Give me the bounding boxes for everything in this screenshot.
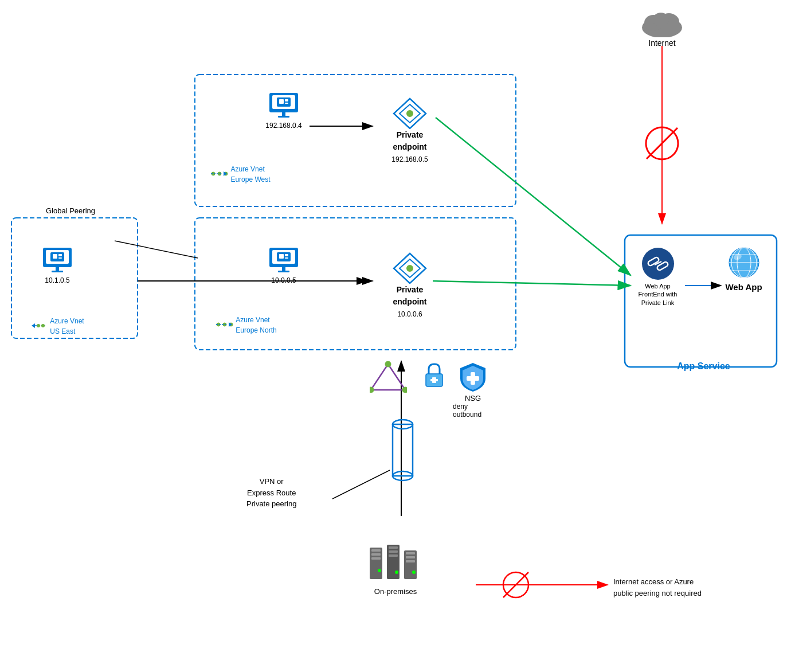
svg-line-11 <box>436 118 630 275</box>
svg-marker-67 <box>32 323 35 328</box>
svg-rect-105 <box>406 552 415 554</box>
azure-vnet-europe-west-label: Azure Vnet Europe West <box>198 163 284 184</box>
svg-point-89 <box>402 387 407 393</box>
internet-access-note: Internet access or Azure public peering … <box>613 576 702 599</box>
svg-rect-48 <box>285 257 288 259</box>
nsg-label: NSG <box>465 394 481 403</box>
svg-rect-62 <box>53 254 57 259</box>
svg-point-70 <box>41 324 45 327</box>
internet-cloud-icon: Internet <box>630 6 694 48</box>
svg-point-90 <box>370 387 374 393</box>
svg-rect-94 <box>370 548 382 579</box>
internet-label: Internet <box>648 38 675 48</box>
svg-rect-30 <box>279 99 284 104</box>
nsg-icon: NSG deny outbound <box>453 361 493 419</box>
web-app-label: Web App <box>725 282 762 292</box>
vm-us-east-icon: 10.1.0.5 <box>32 247 83 284</box>
vm-europe-north-ip: 10.0.0.5 <box>271 276 296 284</box>
vm-us-east-ip: 10.1.0.5 <box>45 276 69 284</box>
svg-rect-65 <box>56 267 59 271</box>
svg-point-108 <box>412 571 416 574</box>
svg-rect-31 <box>285 99 288 101</box>
svg-rect-66 <box>52 271 63 272</box>
svg-point-19 <box>503 572 528 597</box>
svg-rect-97 <box>371 557 381 560</box>
svg-rect-95 <box>371 549 381 552</box>
svg-rect-100 <box>389 546 398 549</box>
azure-vnet-europe-north-label: Azure Vnet Europe North <box>198 314 295 335</box>
vm-europe-north-icon: 10.0.0.5 <box>258 247 310 284</box>
vpn-cylinder-icon <box>385 413 420 487</box>
private-endpoint-1-label: Privateendpoint <box>393 130 426 151</box>
svg-rect-34 <box>278 116 289 118</box>
azure-vnet-us-east-label: Azure Vnet US East <box>14 315 100 336</box>
svg-rect-96 <box>371 553 381 556</box>
svg-rect-33 <box>282 112 285 116</box>
svg-rect-83 <box>467 376 479 381</box>
vpn-label: VPN or Express Route Private peering <box>246 476 296 510</box>
vnet-europe-north-text: Azure Vnet Europe North <box>236 316 276 334</box>
svg-point-42 <box>406 110 413 117</box>
svg-rect-99 <box>387 545 400 579</box>
private-endpoint-2-ip: 10.0.0.6 <box>397 310 422 318</box>
nsg-deny-label: deny outbound <box>453 403 493 419</box>
web-app-frontend-text: Web AppFrontEnd withPrivate Link <box>639 283 677 306</box>
svg-rect-32 <box>285 103 288 104</box>
svg-rect-46 <box>279 254 284 259</box>
svg-rect-101 <box>389 550 398 553</box>
svg-rect-47 <box>285 254 288 256</box>
svg-marker-87 <box>371 364 405 390</box>
vm-europe-west-icon: 192.168.0.4 <box>258 92 310 130</box>
svg-rect-106 <box>406 556 415 558</box>
vnet-europe-west-text: Azure Vnet Europe West <box>230 165 270 183</box>
svg-line-22 <box>332 470 390 499</box>
svg-line-12 <box>433 281 630 286</box>
svg-point-58 <box>406 265 413 272</box>
svg-rect-104 <box>404 550 417 579</box>
on-premises-label: On-premises <box>374 587 417 596</box>
private-endpoint-2-icon: Privateendpoint 10.0.0.6 <box>375 252 444 319</box>
private-endpoint-2-label: Privateendpoint <box>393 285 426 306</box>
network-triangle-icon <box>367 361 410 393</box>
svg-rect-64 <box>58 257 62 259</box>
svg-rect-0 <box>195 75 516 206</box>
svg-point-69 <box>37 324 40 327</box>
svg-rect-50 <box>278 271 289 272</box>
global-peering-label: Global Peering <box>46 206 95 215</box>
svg-rect-91 <box>393 424 413 476</box>
svg-point-26 <box>653 13 669 26</box>
svg-point-98 <box>378 569 381 572</box>
svg-rect-49 <box>282 267 285 271</box>
app-service-label: App Service <box>628 361 780 372</box>
svg-rect-102 <box>389 554 398 557</box>
vm-europe-west-ip: 192.168.0.4 <box>265 122 301 130</box>
vnet-us-east-text: Azure Vnet US East <box>50 317 84 335</box>
svg-point-88 <box>385 361 391 367</box>
private-endpoint-1-icon: Privateendpoint 192.168.0.5 <box>375 97 444 165</box>
web-app-icon: Web App <box>716 247 771 292</box>
svg-rect-63 <box>58 254 62 256</box>
svg-line-21 <box>115 241 198 258</box>
svg-rect-107 <box>406 560 415 562</box>
on-premises-icon: On-premises <box>361 539 430 596</box>
svg-point-103 <box>395 571 398 574</box>
svg-rect-86 <box>430 379 438 381</box>
gateway-lock-icon <box>418 361 450 390</box>
svg-point-15 <box>646 127 678 159</box>
private-endpoint-1-ip: 192.168.0.5 <box>391 155 428 163</box>
svg-line-16 <box>647 128 677 159</box>
web-app-frontend-icon: Web AppFrontEnd withPrivate Link <box>630 247 685 307</box>
diagram-container: Internet 192.168.0.4 Azure V <box>0 0 795 672</box>
svg-line-20 <box>503 572 528 597</box>
